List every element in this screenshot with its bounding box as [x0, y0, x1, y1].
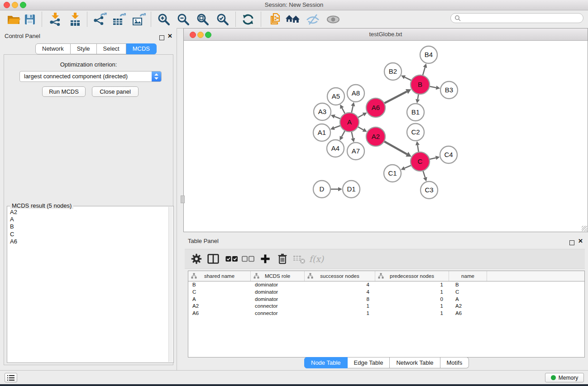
- table-cell[interactable]: dominator: [251, 289, 305, 296]
- table-cell[interactable]: connector: [251, 303, 305, 310]
- optimization-criterion-dropdown[interactable]: largest connected component (directed): [19, 71, 162, 82]
- refresh-icon[interactable]: [241, 12, 255, 27]
- table-row[interactable]: Cdominator41C: [188, 289, 584, 296]
- tab-style[interactable]: Style: [71, 43, 97, 54]
- close-panel-button[interactable]: Close panel: [92, 86, 139, 97]
- edge-A2-C[interactable]: [383, 141, 407, 154]
- mcds-result-list[interactable]: A2ABCA6: [8, 207, 169, 362]
- result-scrollbar[interactable]: [168, 207, 173, 362]
- tab-mcds[interactable]: MCDS: [126, 43, 157, 54]
- memory-button[interactable]: Memory: [545, 373, 584, 382]
- settings-gear-icon[interactable]: [189, 252, 204, 266]
- edge-A6-B[interactable]: [383, 91, 407, 104]
- tab-node-table[interactable]: Node Table: [304, 357, 348, 368]
- table-cell[interactable]: B: [188, 281, 251, 289]
- network-graph[interactable]: B4B2BB3A8A5A6A3B1AC2A1A2A4A7C4CC1C3DD1: [184, 41, 588, 232]
- float-table-panel-icon[interactable]: [569, 239, 574, 247]
- table-cell[interactable]: A2: [188, 303, 251, 310]
- table-cell[interactable]: dominator: [251, 296, 305, 303]
- show-graphics-details-icon[interactable]: [326, 12, 340, 27]
- network-minimize-button[interactable]: [197, 32, 204, 38]
- node-label-B: B: [418, 81, 422, 88]
- tab-edge-table[interactable]: Edge Table: [348, 357, 390, 368]
- deselect-all-icon[interactable]: [241, 252, 255, 266]
- column-header-successor-nodes[interactable]: successor nodes: [305, 271, 375, 281]
- result-item[interactable]: C: [10, 231, 169, 238]
- zoom-in-icon[interactable]: [157, 12, 171, 27]
- zoom-fit-icon[interactable]: [196, 12, 210, 27]
- table-row[interactable]: Adominator80A: [188, 296, 584, 303]
- split-panel-icon[interactable]: [206, 252, 220, 266]
- table-panel: Table Panel ✕ f(x) shared nameMCDS roles…: [177, 232, 588, 370]
- maximize-window-button[interactable]: [20, 2, 26, 8]
- search-input[interactable]: [450, 13, 583, 23]
- table-cell[interactable]: B: [449, 281, 487, 289]
- table-row[interactable]: A6connector11A6: [188, 310, 584, 317]
- table-cell[interactable]: 1: [375, 303, 449, 310]
- table-cell[interactable]: 1: [375, 289, 449, 296]
- task-history-button[interactable]: [5, 373, 17, 382]
- result-item[interactable]: B: [10, 223, 169, 230]
- table-cell[interactable]: 1: [375, 281, 449, 289]
- column-header-MCDS-role[interactable]: MCDS role: [251, 271, 305, 281]
- table-cell[interactable]: 1: [305, 303, 375, 310]
- home-icon[interactable]: [285, 12, 300, 27]
- select-all-icon[interactable]: [225, 252, 239, 266]
- zoom-out-icon[interactable]: [176, 12, 191, 27]
- hide-graphics-details-icon[interactable]: [306, 12, 320, 27]
- result-item[interactable]: A2: [10, 209, 169, 216]
- table-cell[interactable]: A6: [449, 310, 487, 317]
- table-cell[interactable]: 4: [305, 281, 375, 289]
- column-header-shared-name[interactable]: shared name: [188, 271, 251, 281]
- function-builder-icon[interactable]: f(x): [306, 252, 327, 266]
- export-network-icon[interactable]: [92, 12, 107, 27]
- table-cell[interactable]: A: [449, 296, 487, 303]
- delete-column-icon[interactable]: [275, 252, 290, 266]
- table-cell[interactable]: 1: [305, 310, 375, 317]
- close-window-button[interactable]: [4, 2, 10, 8]
- table-cell[interactable]: 8: [305, 296, 375, 303]
- tab-network[interactable]: Network: [35, 43, 71, 54]
- network-vertical-scroll-thumb[interactable]: [181, 195, 185, 203]
- save-session-icon[interactable]: [23, 12, 37, 27]
- open-file-icon[interactable]: [6, 12, 21, 27]
- tab-network-table[interactable]: Network Table: [390, 357, 440, 368]
- float-panel-icon[interactable]: [159, 34, 164, 42]
- add-column-icon[interactable]: [258, 252, 272, 266]
- import-network-icon[interactable]: [48, 12, 62, 27]
- close-panel-icon[interactable]: ✕: [167, 33, 172, 39]
- table-cell[interactable]: C: [449, 289, 487, 296]
- column-header-name[interactable]: name: [449, 271, 487, 281]
- table-row[interactable]: A2connector11A2: [188, 303, 584, 310]
- table-cell[interactable]: C: [188, 289, 251, 296]
- network-maximize-button[interactable]: [205, 32, 211, 38]
- export-table-icon[interactable]: [111, 12, 126, 27]
- minimize-window-button[interactable]: [12, 2, 18, 8]
- result-item[interactable]: A6: [10, 238, 169, 245]
- arrowhead-B-B1: [416, 99, 420, 104]
- result-item[interactable]: A: [10, 216, 169, 223]
- tab-motifs[interactable]: Motifs: [440, 357, 469, 368]
- table-cell[interactable]: 1: [375, 310, 449, 317]
- export-image-icon[interactable]: [131, 12, 146, 27]
- clone-network-icon[interactable]: [268, 12, 282, 27]
- table-cell[interactable]: dominator: [251, 281, 305, 289]
- table-cell[interactable]: 4: [305, 289, 375, 296]
- table-cell[interactable]: A2: [449, 303, 487, 310]
- delete-table-icon[interactable]: [292, 252, 306, 266]
- close-table-panel-icon[interactable]: ✕: [578, 238, 583, 244]
- table-panel-title: Table Panel: [188, 238, 219, 244]
- table-row[interactable]: Bdominator41B: [188, 281, 584, 289]
- zoom-selected-icon[interactable]: [215, 12, 230, 27]
- import-table-icon[interactable]: [68, 12, 82, 27]
- table-cell[interactable]: 0: [375, 296, 449, 303]
- table-cell[interactable]: A6: [188, 310, 251, 317]
- table-cell[interactable]: connector: [251, 310, 305, 317]
- column-header-predecessor-nodes[interactable]: predecessor nodes: [375, 271, 449, 281]
- tab-select[interactable]: Select: [97, 43, 126, 54]
- network-close-button[interactable]: [190, 32, 196, 38]
- table-cell[interactable]: A: [188, 296, 251, 303]
- run-mcds-button[interactable]: Run MCDS: [42, 86, 86, 97]
- app-titlebar: Session: New Session: [0, 0, 588, 10]
- resize-handle[interactable]: [582, 226, 587, 231]
